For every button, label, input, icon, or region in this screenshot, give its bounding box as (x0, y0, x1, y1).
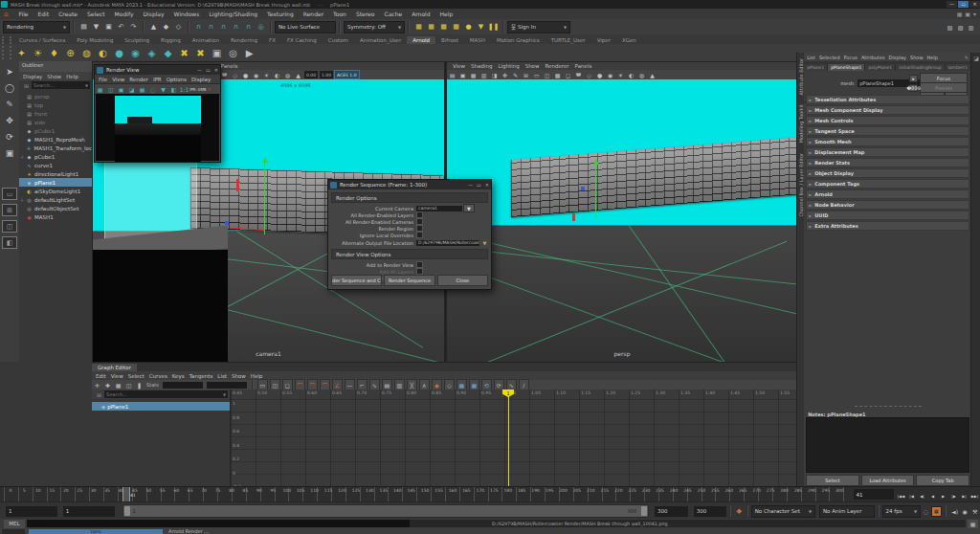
ipr-render-icon[interactable]: ▦ (426, 22, 436, 33)
arnold-render-icon[interactable]: ● (112, 46, 126, 60)
ae-node-tab[interactable]: lambert1 (946, 64, 972, 71)
photometric-light-icon[interactable]: ⊕ (63, 46, 78, 60)
gamma-field[interactable]: 1.00 (320, 71, 333, 78)
x-axis-handle[interactable] (236, 179, 239, 191)
minimize-icon[interactable]: — (468, 182, 473, 188)
render-current-frame-icon[interactable]: ▦ (413, 22, 424, 33)
layout-four-pane-icon[interactable]: ⊞ (2, 204, 17, 216)
add-all-layers-checkbox[interactable] (416, 268, 423, 275)
render-region-checkbox[interactable] (416, 225, 423, 232)
render-view-menu-item[interactable]: File (99, 77, 107, 82)
current-camera-value[interactable]: camera1 (416, 206, 462, 211)
layout-single-pane-icon[interactable]: ▭ (2, 188, 17, 200)
textured-icon[interactable]: ◉ (252, 71, 260, 79)
retime-icon[interactable]: ❚ (135, 380, 144, 390)
shaded-icon[interactable]: ● (595, 71, 604, 79)
z-axis-handle[interactable] (225, 221, 229, 225)
range-slider[interactable]: 1 300 (122, 504, 650, 518)
wireframe-icon[interactable]: ◇ (585, 71, 593, 79)
image-plane-icon[interactable]: ◨ (490, 71, 499, 79)
make-live-icon[interactable]: ◎ (256, 22, 266, 33)
shelf-tab[interactable]: FX Caching (281, 36, 323, 44)
manipulator-y-axis[interactable] (595, 162, 596, 217)
render-sequence-icon[interactable]: ▦ (438, 22, 449, 33)
snap-view-plane-icon[interactable]: ∩ (243, 22, 254, 33)
mute-audio-icon[interactable]: ◄) (950, 506, 959, 517)
grid-toggle-icon[interactable]: ⊞ (522, 71, 530, 79)
resolution-gate-icon[interactable]: ◫ (543, 71, 551, 79)
ae-footer-button[interactable]: Select (806, 475, 859, 486)
help-search-icon[interactable]: ▾ (973, 11, 976, 17)
menu-item[interactable]: Toon (328, 11, 351, 17)
anim-snapshot-icon[interactable]: ◌ (922, 506, 930, 517)
outliner-item[interactable]: ▤ persp (19, 92, 92, 100)
layout-persp-outliner-icon[interactable]: ◧ (2, 236, 17, 249)
gate-mask-icon[interactable]: ▩ (553, 71, 562, 79)
go-to-end-icon[interactable]: ▶▶| (969, 491, 980, 501)
render-settings-icon[interactable]: ▦ (451, 22, 461, 33)
view-transform-badge[interactable]: ACES 1.0 (334, 70, 359, 79)
ae-section-header[interactable]: ► Extra Attributes (806, 221, 969, 231)
menu-set-selector[interactable]: Rendering▼ (3, 21, 70, 33)
select-object-icon[interactable]: ◆ (161, 22, 171, 33)
ge-search-input[interactable]: Search...▼ (104, 390, 228, 398)
lasso-tool-icon[interactable]: ◯ (3, 80, 17, 95)
sidebar-vertical-tab[interactable]: Modeling Toolkit (798, 104, 804, 143)
paint-select-tool-icon[interactable]: ✎ (3, 97, 17, 111)
shelf-tab[interactable]: XGen (616, 36, 642, 44)
region-key-icon[interactable]: ◫ (124, 380, 133, 390)
render-options-header[interactable]: Render Options (331, 192, 488, 203)
viewport-menu-item[interactable]: Lighting (498, 63, 519, 69)
shadows-icon[interactable]: ◐ (273, 71, 281, 79)
folder-browse-icon[interactable]: ▼ (480, 237, 489, 248)
outliner-item[interactable]: ＋ ◆ pCube1 (19, 152, 92, 161)
maximize-icon[interactable]: ▭ (477, 182, 481, 188)
outliner-item[interactable]: ∿ curve1 (19, 161, 92, 169)
menu-item[interactable]: Modify (110, 11, 139, 17)
collapse-toggle-icon[interactable]: �899 (909, 84, 918, 92)
show-hypershade-icon[interactable]: ▨ (956, 22, 965, 33)
redo-icon[interactable]: ↷ (128, 22, 139, 33)
snapshot-icon[interactable]: ▣ (117, 84, 125, 95)
outliner-item[interactable]: ▤ side (19, 118, 92, 126)
standin-icon[interactable]: ▣ (210, 46, 224, 60)
alt-output-field[interactable]: D:/62979B/MASH/Rollercoaster Render (416, 240, 479, 246)
maximize-icon[interactable]: ▭ (206, 67, 211, 73)
shadows-icon[interactable]: ◐ (627, 71, 635, 79)
ge-menu-item[interactable]: Keys (172, 373, 185, 379)
safe-title-icon[interactable]: ◚ (574, 71, 583, 79)
shelf-icons-grip[interactable] (2, 46, 11, 59)
maximize-button[interactable]: ▭ (958, 1, 969, 8)
save-scene-icon[interactable]: ▣ (103, 22, 114, 33)
x-axis-handle[interactable] (572, 213, 575, 221)
ae-section-header[interactable]: ► Node Behavior (806, 200, 969, 210)
ae-section-header[interactable]: ► Arnold (806, 189, 969, 199)
screen-space-ao-icon[interactable]: ◍ (637, 71, 646, 79)
graph-playhead-flag[interactable]: 1 (502, 389, 514, 397)
ae-footer-button[interactable]: Copy Tab (916, 475, 969, 486)
snap-curve-icon[interactable]: ∩ (206, 22, 216, 33)
rotate-tool-icon[interactable]: ⟳ (3, 129, 17, 144)
ignore-overrides-checkbox[interactable] (416, 232, 423, 238)
show-modeling-toolkit-icon[interactable]: ▧ (946, 22, 954, 33)
fps-selector[interactable]: 24 fps▼ (882, 505, 921, 518)
command-input[interactable] (27, 520, 410, 527)
render-sequence-titlebar[interactable]: Render Sequence (Frame: 1-300) — ▭ ✕ (328, 180, 491, 189)
menu-item[interactable]: Lighting/Shading (204, 11, 262, 17)
graph-editor-title[interactable]: Graph Editor (92, 364, 137, 371)
ae-menu-item[interactable]: Selected (819, 55, 840, 60)
filter-icon[interactable]: ⊞ (95, 389, 103, 400)
outliner-search-input[interactable]: Search...▼ (32, 81, 90, 89)
all-layers-checkbox[interactable] (416, 211, 423, 218)
safe-action-icon[interactable]: ◻ (564, 71, 572, 79)
outliner-item[interactable]: ◆ pCube1 (19, 126, 92, 135)
animation-preferences-icon[interactable]: ⚒ (970, 506, 979, 517)
hypershade-icon[interactable]: ● (463, 22, 474, 33)
ae-section-header[interactable]: ► Tangent Space (806, 126, 969, 136)
script-editor-icon[interactable]: ▦ (968, 520, 978, 528)
arnold-ipr-icon[interactable]: ◉ (128, 46, 143, 60)
viewport-menu-item[interactable]: Panels (221, 63, 238, 69)
arnold-region-icon[interactable]: ◈ (145, 46, 159, 60)
grease-pencil-icon[interactable]: ✎ (511, 71, 520, 79)
show-attribute-editor-icon[interactable]: ▥ (967, 22, 975, 33)
